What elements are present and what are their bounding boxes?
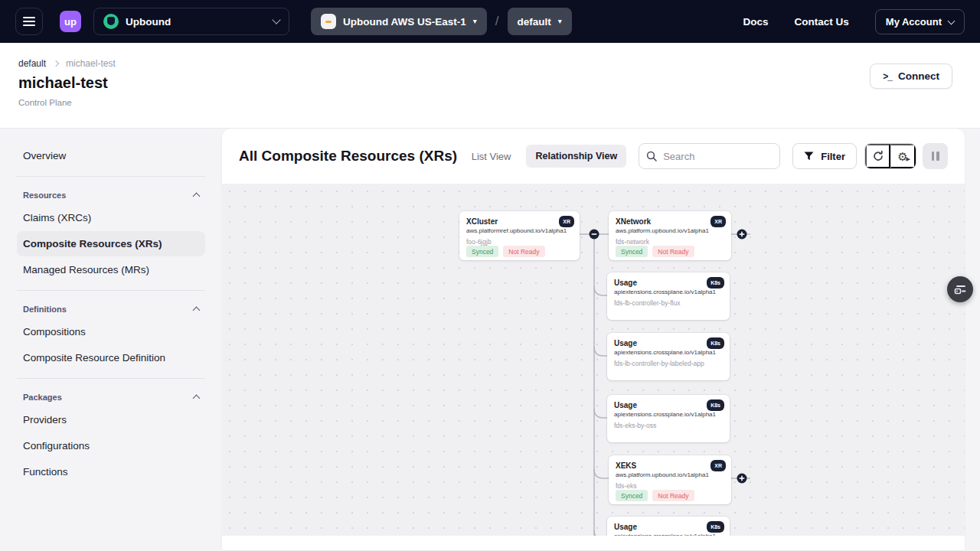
node-name: fds-lb-controller-by-labeled-app <box>614 360 723 367</box>
sidebar-item-composite-resources[interactable]: Composite Resources (XRs) <box>17 231 205 256</box>
filter-button[interactable]: Filter <box>792 143 857 169</box>
expand-connector[interactable] <box>737 230 747 240</box>
panel-header: All Composite Resources (XRs) List View … <box>222 129 965 184</box>
caret-down-icon: ▾ <box>558 18 562 25</box>
kind-badge: XR <box>710 460 726 471</box>
terminal-icon: >_ <box>883 71 892 82</box>
group-select[interactable]: default ▾ <box>508 8 572 35</box>
sidebar-item-functions[interactable]: Functions <box>17 459 205 484</box>
divider <box>17 378 205 379</box>
node-statuses: Synced Not Ready <box>616 490 724 501</box>
node-name: foo-6jgjb <box>466 238 573 246</box>
status-badge-synced: Synced <box>616 490 648 501</box>
sidebar-item-providers[interactable]: Providers <box>17 407 205 432</box>
pause-icon <box>932 152 935 161</box>
sidebar-item-managed-resources[interactable]: Managed Resources (MRs) <box>17 257 205 282</box>
search-input[interactable] <box>639 144 779 168</box>
connect-button[interactable]: >_ Connect <box>870 64 952 89</box>
sidebar-section-packages[interactable]: Packages <box>17 386 205 406</box>
kind-badge: K8s <box>707 521 724 533</box>
refresh-button[interactable] <box>865 144 890 168</box>
chevron-up-icon <box>193 193 201 201</box>
filter-icon <box>804 152 814 161</box>
sidebar-section-definitions[interactable]: Definitions <box>17 298 205 318</box>
kind-badge: XR <box>710 216 726 227</box>
page-body: Overview Resources Claims (XRCs) Composi… <box>0 129 980 550</box>
control-plane-name: Upbound AWS US-East-1 <box>343 16 466 28</box>
hamburger-menu-button[interactable] <box>15 8 43 35</box>
page-title: michael-test <box>18 74 962 92</box>
contact-us-link[interactable]: Contact Us <box>795 16 849 28</box>
my-account-label: My Account <box>886 16 942 28</box>
chevron-down-icon <box>948 17 956 24</box>
relationship-view-tab[interactable]: Relationship View <box>526 145 626 168</box>
status-badge-not-ready: Not Ready <box>652 246 694 257</box>
group-name: default <box>518 16 551 28</box>
sidebar-item-overview[interactable]: Overview <box>17 143 205 168</box>
node-name: fds-eks <box>616 482 724 490</box>
organization-select[interactable]: Upbound <box>93 8 289 35</box>
node-name: fds-eks-by-oss <box>614 422 723 429</box>
node-name: fds-lb-controller-by-flux <box>614 299 723 307</box>
sidebar: Overview Resources Claims (XRCs) Composi… <box>0 129 222 550</box>
node-api-version: aws.platformref.upbound.io/v1alpha1 <box>466 227 573 235</box>
status-badge-synced: Synced <box>616 246 648 257</box>
legend-toggle-button[interactable] <box>947 276 973 302</box>
status-badge-synced: Synced <box>466 246 498 257</box>
sidebar-item-configurations[interactable]: Configurations <box>17 433 205 458</box>
legend-icon <box>953 283 967 295</box>
node-api-version: aws.platform.upbound.io/v1alpha1 <box>616 471 724 479</box>
node-type: XEKS <box>616 461 724 471</box>
node-api-version: apiextensions.crossplane.io/v1alpha1 <box>614 288 723 296</box>
node-type: XCluster <box>466 217 573 227</box>
run-functions-button[interactable]: ⚙ ▶ <box>890 144 916 168</box>
kind-badge: K8s <box>707 399 724 411</box>
status-badge-not-ready: Not Ready <box>652 490 694 501</box>
sidebar-item-claims[interactable]: Claims (XRCs) <box>17 205 205 230</box>
organization-name: Upbound <box>126 16 266 28</box>
sidebar-item-xrd[interactable]: Composite Resource Definition <box>17 345 205 370</box>
main-panel: All Composite Resources (XRs) List View … <box>222 129 965 550</box>
control-plane-select[interactable]: Upbound AWS US-East-1 ▾ <box>311 8 487 35</box>
canvas-action-group: ⚙ ▶ <box>864 143 916 169</box>
node-name: fds-network <box>616 238 724 246</box>
chevron-up-icon <box>193 395 201 403</box>
navbar-right: Docs Contact Us My Account <box>743 9 965 34</box>
pause-button[interactable] <box>923 143 948 169</box>
slash-separator: / <box>495 14 499 29</box>
page-header: default michael-test michael-test Contro… <box>0 43 980 129</box>
refresh-icon <box>872 150 884 162</box>
graph-node-usage[interactable]: K8s Usage apiextensions.crossplane.io/v1… <box>607 272 730 320</box>
search-box <box>639 143 780 169</box>
node-api-version: aws.platform.upbound.io/v1alpha1 <box>616 227 724 235</box>
breadcrumb-root[interactable]: default <box>18 58 46 69</box>
sidebar-section-resources[interactable]: Resources <box>17 184 205 204</box>
sidebar-item-compositions[interactable]: Compositions <box>17 319 205 344</box>
chevron-up-icon <box>193 307 201 315</box>
graph-node-xnetwork[interactable]: XR XNetwork aws.platform.upbound.io/v1al… <box>609 211 731 260</box>
graph-node-usage[interactable]: K8s Usage apiextensions.crossplane.io/v1… <box>607 333 730 380</box>
node-type: XNetwork <box>616 217 724 227</box>
search-icon <box>646 151 657 161</box>
graph-edges <box>222 184 965 536</box>
node-api-version: apiextensions.crossplane.io/v1alpha1 <box>614 348 723 357</box>
breadcrumb-chevron-icon <box>53 60 59 67</box>
kind-badge: K8s <box>707 337 724 349</box>
collapse-connector[interactable] <box>590 230 599 240</box>
chevron-down-icon <box>272 15 280 24</box>
graph-node-usage[interactable]: K8s Usage apiextensions.crossplane.io/v1… <box>607 395 730 442</box>
kind-badge: K8s <box>707 277 724 289</box>
list-view-tab[interactable]: List View <box>472 151 511 162</box>
graph-node-xeks[interactable]: XR XEKS aws.platform.upbound.io/v1alpha1… <box>609 455 731 504</box>
upbound-logo[interactable]: up <box>60 11 81 32</box>
graph-node-xcluster[interactable]: XR XCluster aws.platformref.upbound.io/v… <box>459 211 580 260</box>
caret-down-icon: ▾ <box>473 18 477 25</box>
expand-connector[interactable] <box>737 474 747 484</box>
graph-node-usage[interactable]: K8s Usage apiextensions.crossplane.io/v1… <box>607 517 730 536</box>
relationship-canvas[interactable]: XR XCluster aws.platformref.upbound.io/v… <box>222 184 965 536</box>
my-account-menu[interactable]: My Account <box>875 9 965 34</box>
panel-title: All Composite Resources (XRs) <box>239 148 457 165</box>
docs-link[interactable]: Docs <box>743 16 769 28</box>
top-navbar: up Upbound Upbound AWS US-East-1 ▾ / def… <box>0 0 980 43</box>
control-plane-icon <box>321 14 336 29</box>
